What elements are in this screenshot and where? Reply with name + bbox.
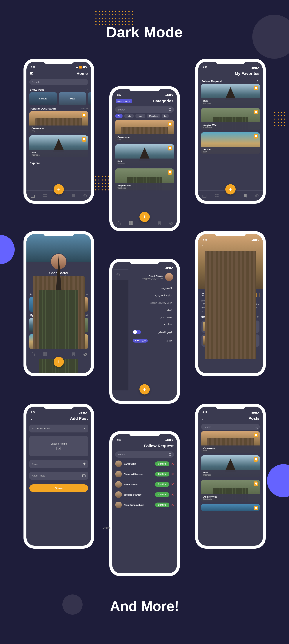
place-input[interactable]: Place [29, 460, 88, 468]
about-input[interactable]: About Photo [29, 472, 88, 480]
tab-favorites[interactable] [244, 194, 246, 198]
destination-card[interactable]: AmalfiItaly [201, 132, 260, 154]
search-input[interactable]: Search [115, 451, 174, 458]
confirm-button[interactable]: Confirm [155, 482, 169, 487]
destination-card[interactable]: Colosseum Italy [29, 111, 88, 133]
bookmark-icon[interactable] [254, 482, 258, 486]
search-input[interactable]: Search [29, 79, 88, 85]
tab-profile[interactable] [116, 273, 120, 276]
confirm-button[interactable]: Confirm [155, 462, 169, 466]
avatar[interactable] [115, 481, 122, 488]
bookmark-icon[interactable] [254, 86, 258, 90]
tab-categories[interactable] [43, 194, 47, 198]
dark-mode-toggle[interactable] [133, 330, 141, 334]
decline-button[interactable]: ✕ [171, 462, 174, 466]
drawer-item-logout[interactable]: تسجيل خروج [132, 314, 173, 320]
bookmark-icon[interactable] [168, 170, 172, 175]
bookmark-icon[interactable] [168, 122, 172, 126]
confirm-button[interactable]: Confirm [155, 472, 169, 476]
back-button[interactable]: ‹ [202, 416, 203, 421]
tab-home[interactable] [202, 194, 206, 198]
bookmark-icon[interactable] [82, 137, 86, 142]
tab-categories[interactable] [129, 221, 133, 225]
tab-profile[interactable] [84, 194, 87, 198]
story-thumb[interactable]: USA [59, 92, 86, 105]
avatar[interactable] [115, 471, 122, 478]
screen-title: Posts [248, 416, 260, 421]
stray-label: Confirm [103, 526, 110, 529]
decline-button[interactable]: ✕ [171, 493, 174, 497]
back-button[interactable]: ‹ [202, 243, 203, 248]
tab-profile[interactable] [255, 194, 258, 198]
decline-button[interactable]: ✕ [171, 482, 174, 486]
avatar[interactable] [115, 502, 122, 508]
menu-icon[interactable] [30, 72, 34, 75]
destination-card[interactable] [201, 504, 260, 511]
add-fab[interactable]: + [140, 212, 150, 222]
tab-favorites[interactable] [72, 194, 75, 198]
language-selector[interactable]: ▾🇪🇬العربية [133, 339, 148, 342]
follow-request-row[interactable]: Follow Request 8 › [198, 78, 263, 84]
country-dropdown[interactable]: Ascension...▾ [116, 99, 132, 103]
country-dropdown[interactable]: Ascension Island▾ [29, 424, 88, 432]
avatar[interactable] [165, 273, 173, 281]
drawer-item-privacy[interactable]: سياسة الخصوصية [132, 292, 173, 299]
tab-categories[interactable] [43, 352, 47, 356]
view-all-link[interactable]: View All [81, 108, 88, 110]
decline-button[interactable]: ✕ [171, 503, 174, 507]
tab-profile[interactable] [169, 222, 173, 225]
tab-favorites[interactable] [72, 352, 75, 356]
tab-home[interactable] [31, 352, 35, 356]
tab-home[interactable] [31, 194, 35, 198]
avatar[interactable] [115, 491, 122, 498]
bookmark-outline-icon[interactable] [256, 293, 260, 297]
drawer-item-settings[interactable]: إعدادات [132, 320, 173, 328]
close-icon[interactable]: ⌄ [30, 416, 33, 421]
add-fab[interactable]: + [140, 384, 150, 394]
filter-chip[interactable]: La [162, 114, 169, 118]
bookmark-icon[interactable] [254, 134, 258, 138]
filter-chip[interactable]: All [115, 114, 122, 118]
add-fab[interactable]: + [225, 184, 236, 194]
request-row: Jessica Stanley Confirm ✕ [112, 490, 177, 500]
confirm-button[interactable]: Confirm [155, 502, 169, 507]
destination-card[interactable]: BaliIndonesia [201, 456, 260, 478]
add-fab[interactable]: + [54, 184, 64, 194]
tab-favorites[interactable] [158, 222, 161, 225]
destination-card[interactable]: ColosseumItaly [201, 431, 260, 453]
tab-categories[interactable] [215, 194, 219, 198]
back-button[interactable]: ‹ [116, 444, 117, 448]
bookmark-icon[interactable] [254, 433, 258, 438]
destination-card[interactable]: Angkor WatCambodia [201, 480, 260, 502]
confirm-button[interactable]: Confirm [155, 492, 169, 497]
bookmark-icon[interactable] [254, 506, 258, 510]
story-thumb[interactable]: Canada [29, 92, 57, 105]
destination-card[interactable]: Angkor WatCambodia [201, 108, 260, 130]
bookmark-icon[interactable] [254, 110, 258, 114]
decline-button[interactable]: ✕ [171, 472, 174, 476]
search-input[interactable]: Search [115, 106, 174, 113]
filter-chip[interactable]: Hotel [124, 114, 134, 118]
tab-profile[interactable] [84, 353, 87, 356]
destination-card[interactable]: Bali Indonesia [115, 144, 174, 166]
hotel-card[interactable]: Ramada Encore Etiam facilisis ligula nec… [202, 334, 260, 346]
drawer-item-contact[interactable]: اتصل [132, 306, 173, 314]
story-thumb[interactable]: Au [88, 92, 91, 105]
bookmark-icon[interactable] [82, 113, 86, 118]
destination-card[interactable]: Bali Indonesia [29, 136, 88, 158]
avatar[interactable] [115, 460, 122, 467]
tab-home[interactable] [116, 221, 120, 225]
search-input[interactable]: Search [201, 424, 260, 430]
destination-card[interactable]: Angkor Wat Cambodia [115, 168, 174, 190]
bookmark-icon[interactable] [254, 457, 258, 462]
destination-card[interactable]: BaliIndonesia [201, 84, 260, 106]
bookmark-icon[interactable] [168, 146, 172, 150]
drawer-item-support[interactable]: الدعم والأسئلة الشائعة [132, 299, 173, 306]
show-post-row[interactable]: Show Post › [26, 86, 91, 92]
destination-card[interactable]: Colosseum Italy [115, 120, 174, 142]
filter-chip[interactable]: Mountain [147, 114, 160, 118]
filter-chip[interactable]: River [136, 114, 145, 118]
choose-picture[interactable]: Choose Picture [29, 436, 88, 456]
add-fab[interactable]: + [54, 357, 64, 367]
share-button[interactable]: Share [29, 484, 88, 492]
